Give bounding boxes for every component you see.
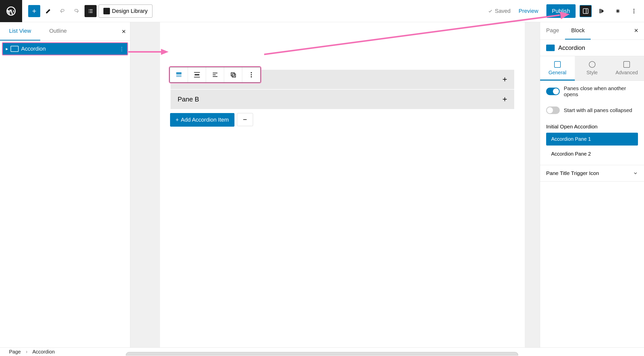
initial-open-header: Initial Open Accordion xyxy=(540,119,644,133)
pane-title-trigger-label: Pane Title Trigger Icon xyxy=(546,170,599,176)
tree-item-accordion[interactable]: ▸ Accordion ⋮ xyxy=(2,42,128,55)
more-vertical-icon xyxy=(248,71,255,78)
block-more-button[interactable] xyxy=(242,67,260,82)
top-toolbar: Design Library Saved Preview Publish xyxy=(0,0,644,22)
add-item-row: + Add Accordion Item − xyxy=(170,113,515,127)
subtab-general-label: General xyxy=(548,70,566,76)
svg-point-14 xyxy=(251,76,252,78)
breadcrumb-page[interactable]: Page xyxy=(9,349,21,355)
listview-toggle-button[interactable] xyxy=(85,5,97,17)
chevron-right-icon xyxy=(25,350,28,354)
svg-rect-10 xyxy=(231,73,234,76)
more-options-button[interactable] xyxy=(628,5,640,17)
toggle-start-collapsed-label: Start with all panes collapsed xyxy=(564,107,632,113)
close-right-panel-button[interactable] xyxy=(628,28,644,34)
close-left-panel-button[interactable] xyxy=(117,22,130,41)
breadcrumb-current[interactable]: Accordion xyxy=(32,349,55,355)
advanced-icon xyxy=(623,61,630,68)
text-align-button[interactable] xyxy=(206,67,224,82)
plus-icon: + xyxy=(502,75,507,84)
block-subtabs: General Style Advanced xyxy=(540,56,644,81)
svg-rect-9 xyxy=(194,74,199,76)
subtab-general[interactable]: General xyxy=(540,56,575,81)
ai-icon xyxy=(615,8,621,14)
tree-item-more-button[interactable]: ⋮ xyxy=(119,46,124,52)
settings-panel-icon xyxy=(582,8,589,14)
tab-outline[interactable]: Outline xyxy=(40,22,76,41)
style-icon xyxy=(589,61,595,68)
tab-page[interactable]: Page xyxy=(540,22,565,40)
add-block-button[interactable] xyxy=(28,5,40,17)
subtab-advanced[interactable]: Advanced xyxy=(609,56,644,81)
general-icon xyxy=(554,61,561,68)
design-library-button[interactable]: Design Library xyxy=(99,5,152,18)
tab-list-view[interactable]: List View xyxy=(0,22,40,41)
svg-rect-7 xyxy=(176,75,181,76)
block-type-button[interactable] xyxy=(170,67,188,82)
text-align-icon xyxy=(212,71,219,78)
block-header: Accordion xyxy=(540,40,644,56)
saved-status: Saved xyxy=(488,8,510,14)
accordion-block-icon xyxy=(11,46,19,52)
pane-b-label: Pane B xyxy=(178,95,199,103)
plus-icon: + xyxy=(176,117,179,123)
toggle-panes-close: Panes close when another opens xyxy=(540,81,644,102)
add-item-label: Add Accordion Item xyxy=(181,117,229,123)
check-icon xyxy=(488,9,493,14)
svg-point-12 xyxy=(251,72,252,74)
subtab-style[interactable]: Style xyxy=(575,56,610,81)
initial-open-options: Accordion Pane 1 Accordion Pane 2 xyxy=(540,133,644,165)
block-toolbar xyxy=(170,67,261,83)
ai-button[interactable] xyxy=(612,5,624,17)
accordion-block-icon xyxy=(175,71,182,78)
copy-icon xyxy=(230,71,237,78)
close-icon xyxy=(121,29,127,34)
toggle-start-collapsed-switch[interactable] xyxy=(546,106,560,114)
svg-point-4 xyxy=(633,11,634,12)
listview-icon xyxy=(88,8,94,14)
toolbar-left-group: Design Library xyxy=(22,5,152,18)
tab-block[interactable]: Block xyxy=(565,22,591,40)
plus-icon xyxy=(31,8,37,14)
plus-icon: + xyxy=(502,95,507,104)
right-panel-tabs: Page Block xyxy=(540,22,644,40)
redo-icon xyxy=(73,8,79,14)
wordpress-logo[interactable] xyxy=(0,0,22,22)
svg-point-5 xyxy=(633,12,634,13)
toggle-start-collapsed: Start with all panes collapsed xyxy=(540,102,644,119)
undo-icon xyxy=(59,8,65,14)
svg-point-3 xyxy=(633,9,634,10)
toggle-panes-close-switch[interactable] xyxy=(546,88,560,95)
settings-toggle-button[interactable] xyxy=(580,5,592,17)
saved-label: Saved xyxy=(495,8,510,14)
block-name-label: Accordion xyxy=(558,44,585,51)
right-panel: Page Block Accordion General Style Advan… xyxy=(540,22,644,347)
pane-title-trigger-section[interactable]: Pane Title Trigger Icon xyxy=(540,165,644,182)
align-button[interactable] xyxy=(188,67,206,82)
kadence-icon xyxy=(598,8,605,14)
option-pane-2[interactable]: Accordion Pane 2 xyxy=(546,148,638,160)
option-pane-1[interactable]: Accordion Pane 1 xyxy=(546,133,638,146)
close-icon xyxy=(633,28,639,33)
preview-link[interactable]: Preview xyxy=(515,5,542,17)
align-icon xyxy=(193,71,200,78)
remove-item-button[interactable]: − xyxy=(237,113,253,126)
tree-item-label: Accordion xyxy=(21,46,117,52)
tools-button[interactable] xyxy=(42,5,54,17)
kadence-button[interactable] xyxy=(596,5,608,17)
editor-canvas: Accordion Block Pane A + Pane B + + Add … xyxy=(130,22,540,347)
more-vertical-icon xyxy=(631,8,637,14)
design-library-icon xyxy=(103,8,110,14)
left-panel: List View Outline ▸ Accordion ⋮ xyxy=(0,22,130,347)
accordion-block-icon xyxy=(546,45,555,51)
toolbar-right-group: Saved Preview Publish xyxy=(488,4,640,18)
copy-styles-button[interactable] xyxy=(224,67,242,82)
subtab-style-label: Style xyxy=(586,70,597,76)
redo-button[interactable] xyxy=(70,5,83,17)
left-panel-tabs: List View Outline xyxy=(0,22,130,41)
toggle-panes-close-label: Panes close when another opens xyxy=(564,85,638,97)
pane-b[interactable]: Pane B + xyxy=(171,90,514,109)
undo-button[interactable] xyxy=(56,5,68,17)
publish-button[interactable]: Publish xyxy=(546,4,576,18)
add-accordion-item-button[interactable]: + Add Accordion Item xyxy=(170,113,234,127)
